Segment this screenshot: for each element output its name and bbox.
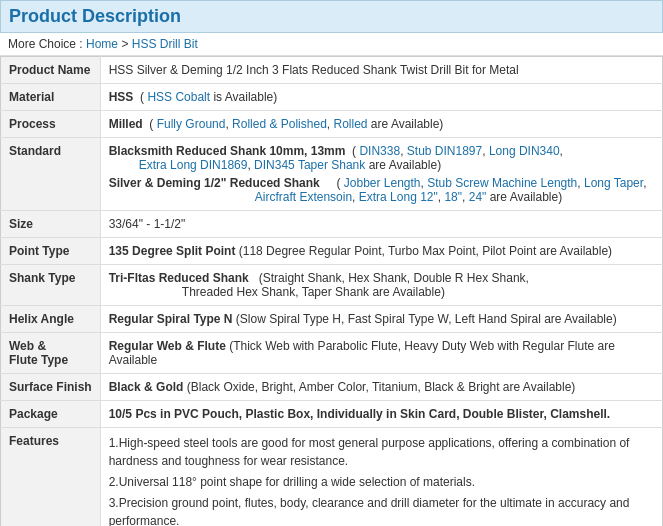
std-link-long340[interactable]: Long DIN340 xyxy=(489,144,560,158)
standard-blacksmith: Blacksmith Reduced Shank 10mm, 13mm xyxy=(109,144,346,158)
table-row: Process Milled ( Fully Ground, Rolled & … xyxy=(1,111,663,138)
shank-type-main: Tri-Fltas Reduced Shank xyxy=(109,271,249,285)
table-row: Package 10/5 Pcs in PVC Pouch, Plastic B… xyxy=(1,401,663,428)
value-features: 1.High-speed steel tools are good for mo… xyxy=(100,428,662,527)
feature-item-1: 1.High-speed steel tools are good for mo… xyxy=(109,434,654,470)
process-link-3[interactable]: Rolled xyxy=(333,117,367,131)
table-row: Features 1.High-speed steel tools are go… xyxy=(1,428,663,527)
label-web-flute: Web &Flute Type xyxy=(1,333,101,374)
product-name-text: HSS Silver & Deming 1/2 Inch 3 Flats Red… xyxy=(109,63,519,77)
product-description-header: Product Description xyxy=(0,0,663,33)
web-flute-main: Regular Web & Flute xyxy=(109,339,226,353)
helix-angle-suffix: (Slow Spiral Type H, Fast Spiral Type W,… xyxy=(236,312,617,326)
label-size: Size xyxy=(1,211,101,238)
feature-text-2: 2.Universal 118° point shape for drillin… xyxy=(109,475,475,489)
std-link-stub1897[interactable]: Stub DIN1897 xyxy=(407,144,482,158)
feature-item-2: 2.Universal 118° point shape for drillin… xyxy=(109,473,654,491)
process-suffix: are Available) xyxy=(371,117,444,131)
table-row: Surface Finish Black & Gold (Black Oxide… xyxy=(1,374,663,401)
features-list: 1.High-speed steel tools are good for mo… xyxy=(109,434,654,526)
value-material: HSS ( HSS Cobalt is Available) xyxy=(100,84,662,111)
standard-silver-deming: Silver & Deming 1/2" Reduced Shank xyxy=(109,176,320,190)
product-table: Product Name HSS Silver & Deming 1/2 Inc… xyxy=(0,56,663,526)
std-link-aircfraft[interactable]: Aircfraft Extensoin xyxy=(255,190,352,204)
table-row: Helix Angle Regular Spiral Type N (Slow … xyxy=(1,306,663,333)
value-helix-angle: Regular Spiral Type N (Slow Spiral Type … xyxy=(100,306,662,333)
value-process: Milled ( Fully Ground, Rolled & Polished… xyxy=(100,111,662,138)
std-link-extralong1869[interactable]: Extra Long DIN1869 xyxy=(139,158,248,172)
label-shank-type: Shank Type xyxy=(1,265,101,306)
value-size: 33/64" - 1-1/2" xyxy=(100,211,662,238)
table-row: Standard Blacksmith Reduced Shank 10mm, … xyxy=(1,138,663,211)
value-product-name: HSS Silver & Deming 1/2 Inch 3 Flats Red… xyxy=(100,57,662,84)
standard-line1: Blacksmith Reduced Shank 10mm, 13mm ( DI… xyxy=(109,144,654,172)
label-surface-finish: Surface Finish xyxy=(1,374,101,401)
label-material: Material xyxy=(1,84,101,111)
helix-angle-main: Regular Spiral Type N xyxy=(109,312,233,326)
process-main: Milled xyxy=(109,117,143,131)
label-point-type: Point Type xyxy=(1,238,101,265)
surface-finish-main: Black & Gold xyxy=(109,380,184,394)
value-surface-finish: Black & Gold (Black Oxide, Bright, Amber… xyxy=(100,374,662,401)
label-helix-angle: Helix Angle xyxy=(1,306,101,333)
material-cobalt-link[interactable]: HSS Cobalt xyxy=(147,90,210,104)
value-standard: Blacksmith Reduced Shank 10mm, 13mm ( DI… xyxy=(100,138,662,211)
feature-text-1: 1.High-speed steel tools are good for mo… xyxy=(109,436,630,468)
breadcrumb-label: More Choice : xyxy=(8,37,86,51)
std-link-din345[interactable]: DIN345 Taper Shank xyxy=(254,158,365,172)
label-standard: Standard xyxy=(1,138,101,211)
standard-line2: Silver & Deming 1/2" Reduced Shank ( Job… xyxy=(109,176,654,204)
material-suffix: is Available) xyxy=(213,90,277,104)
process-link-1[interactable]: Fully Ground xyxy=(157,117,226,131)
std-link-18[interactable]: 18" xyxy=(444,190,462,204)
std-line1-suffix: are Available) xyxy=(369,158,442,172)
table-row: Product Name HSS Silver & Deming 1/2 Inc… xyxy=(1,57,663,84)
table-row: Shank Type Tri-Fltas Reduced Shank (Stra… xyxy=(1,265,663,306)
table-row: Web &Flute Type Regular Web & Flute (Thi… xyxy=(1,333,663,374)
breadcrumb: More Choice : Home > HSS Drill Bit xyxy=(0,33,663,56)
label-features: Features xyxy=(1,428,101,527)
label-process: Process xyxy=(1,111,101,138)
label-product-name: Product Name xyxy=(1,57,101,84)
page-title: Product Description xyxy=(9,6,654,27)
value-package: 10/5 Pcs in PVC Pouch, Plastic Box, Indi… xyxy=(100,401,662,428)
std-link-jobber[interactable]: Jobber Length xyxy=(344,176,421,190)
std-link-stub-screw[interactable]: Stub Screw Machine Length xyxy=(427,176,577,190)
material-main: HSS xyxy=(109,90,134,104)
value-point-type: 135 Degree Split Point (118 Degree Regul… xyxy=(100,238,662,265)
feature-text-3: 3.Precision ground point, flutes, body, … xyxy=(109,496,630,526)
value-shank-type: Tri-Fltas Reduced Shank (Straight Shank,… xyxy=(100,265,662,306)
point-type-main: 135 Degree Split Point xyxy=(109,244,236,258)
feature-item-3: 3.Precision ground point, flutes, body, … xyxy=(109,494,654,526)
breadcrumb-home-link[interactable]: Home xyxy=(86,37,118,51)
table-row: Material HSS ( HSS Cobalt is Available) xyxy=(1,84,663,111)
std-link-din338[interactable]: DIN338 xyxy=(359,144,400,158)
std-link-24[interactable]: 24" xyxy=(469,190,487,204)
surface-finish-suffix: (Black Oxide, Bright, Amber Color, Titan… xyxy=(187,380,576,394)
std-link-long-taper[interactable]: Long Taper xyxy=(584,176,643,190)
label-package: Package xyxy=(1,401,101,428)
breadcrumb-category-link[interactable]: HSS Drill Bit xyxy=(132,37,198,51)
std-line2-suffix: are Available) xyxy=(490,190,563,204)
std-link-extralong12[interactable]: Extra Long 12" xyxy=(359,190,438,204)
breadcrumb-separator: > xyxy=(121,37,128,51)
size-text: 33/64" - 1-1/2" xyxy=(109,217,186,231)
point-type-suffix: (118 Degree Regular Point, Turbo Max Poi… xyxy=(239,244,612,258)
table-row: Point Type 135 Degree Split Point (118 D… xyxy=(1,238,663,265)
process-link-2[interactable]: Rolled & Polished xyxy=(232,117,327,131)
table-row: Size 33/64" - 1-1/2" xyxy=(1,211,663,238)
package-text: 10/5 Pcs in PVC Pouch, Plastic Box, Indi… xyxy=(109,407,610,421)
value-web-flute: Regular Web & Flute (Thick Web with Para… xyxy=(100,333,662,374)
